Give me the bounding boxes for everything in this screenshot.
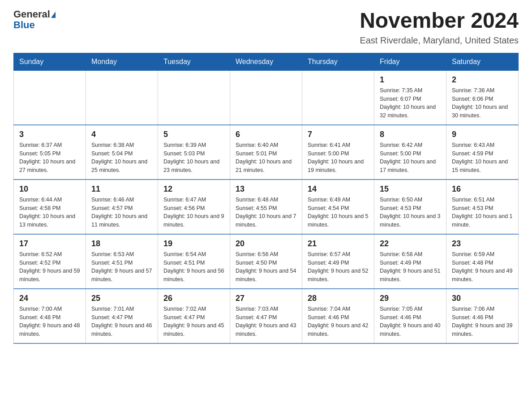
day-info: Sunrise: 7:03 AMSunset: 4:47 PMDaylight:… [236, 305, 296, 338]
day-info: Sunrise: 6:47 AMSunset: 4:56 PMDaylight:… [163, 196, 224, 229]
day-number: 20 [236, 239, 296, 248]
calendar-header: SundayMondayTuesdayWednesdayThursdayFrid… [14, 53, 519, 70]
day-number: 21 [308, 239, 369, 248]
calendar-cell: 25Sunrise: 7:01 AMSunset: 4:47 PMDayligh… [86, 289, 158, 343]
calendar-cell: 24Sunrise: 7:00 AMSunset: 4:48 PMDayligh… [14, 289, 86, 343]
calendar-cell: 28Sunrise: 7:04 AMSunset: 4:46 PMDayligh… [302, 289, 374, 343]
day-number: 9 [452, 130, 513, 139]
calendar-cell: 5Sunrise: 6:39 AMSunset: 5:03 PMDaylight… [158, 125, 230, 180]
day-number: 15 [380, 184, 441, 194]
calendar-cell: 30Sunrise: 7:06 AMSunset: 4:46 PMDayligh… [446, 289, 519, 343]
day-info: Sunrise: 7:06 AMSunset: 4:46 PMDaylight:… [452, 305, 513, 338]
calendar-cell: 21Sunrise: 6:57 AMSunset: 4:49 PMDayligh… [302, 234, 374, 289]
day-of-week-sunday: Sunday [14, 53, 86, 70]
calendar-cell: 6Sunrise: 6:40 AMSunset: 5:01 PMDaylight… [230, 125, 302, 180]
day-number: 25 [91, 294, 152, 303]
calendar-cell: 13Sunrise: 6:48 AMSunset: 4:55 PMDayligh… [230, 180, 302, 234]
calendar-cell: 11Sunrise: 6:46 AMSunset: 4:57 PMDayligh… [86, 180, 158, 234]
day-of-week-thursday: Thursday [302, 53, 374, 70]
day-info: Sunrise: 7:04 AMSunset: 4:46 PMDaylight:… [308, 305, 369, 338]
week-row-1: 1Sunrise: 7:35 AMSunset: 6:07 PMDaylight… [14, 70, 519, 125]
calendar-cell: 2Sunrise: 7:36 AMSunset: 6:06 PMDaylight… [446, 70, 519, 125]
week-row-2: 3Sunrise: 6:37 AMSunset: 5:05 PMDaylight… [14, 125, 519, 180]
calendar-cell: 16Sunrise: 6:51 AMSunset: 4:53 PMDayligh… [446, 180, 519, 234]
day-number: 7 [308, 130, 369, 139]
day-info: Sunrise: 7:05 AMSunset: 4:46 PMDaylight:… [380, 305, 441, 338]
day-info: Sunrise: 6:43 AMSunset: 4:59 PMDaylight:… [452, 141, 513, 175]
day-number: 23 [452, 239, 513, 248]
day-info: Sunrise: 6:41 AMSunset: 5:00 PMDaylight:… [308, 141, 369, 175]
logo-triangle-icon [51, 12, 56, 18]
calendar-cell [230, 70, 302, 125]
day-info: Sunrise: 7:35 AMSunset: 6:07 PMDaylight:… [380, 86, 441, 120]
page-header: General Blue November 2024 East Riverdal… [13, 9, 519, 46]
week-row-3: 10Sunrise: 6:44 AMSunset: 4:58 PMDayligh… [14, 180, 519, 234]
calendar-cell: 14Sunrise: 6:49 AMSunset: 4:54 PMDayligh… [302, 180, 374, 234]
day-number: 10 [19, 184, 80, 194]
day-info: Sunrise: 6:56 AMSunset: 4:50 PMDaylight:… [236, 250, 296, 284]
day-number: 4 [91, 130, 152, 139]
calendar-body: 1Sunrise: 7:35 AMSunset: 6:07 PMDaylight… [14, 70, 519, 343]
calendar-cell: 15Sunrise: 6:50 AMSunset: 4:53 PMDayligh… [374, 180, 446, 234]
logo-blue-text: Blue [13, 20, 56, 30]
calendar-cell: 8Sunrise: 6:42 AMSunset: 5:00 PMDaylight… [374, 125, 446, 180]
day-number: 11 [91, 184, 152, 194]
day-number: 24 [19, 294, 80, 303]
days-of-week-row: SundayMondayTuesdayWednesdayThursdayFrid… [14, 53, 519, 70]
day-number: 17 [19, 239, 80, 248]
calendar-table: SundayMondayTuesdayWednesdayThursdayFrid… [13, 53, 519, 344]
day-of-week-friday: Friday [374, 53, 446, 70]
day-info: Sunrise: 6:59 AMSunset: 4:48 PMDaylight:… [452, 250, 513, 284]
day-info: Sunrise: 6:50 AMSunset: 4:53 PMDaylight:… [380, 196, 441, 229]
calendar-cell: 4Sunrise: 6:38 AMSunset: 5:04 PMDaylight… [86, 125, 158, 180]
day-info: Sunrise: 7:01 AMSunset: 4:47 PMDaylight:… [91, 305, 152, 338]
calendar-cell: 3Sunrise: 6:37 AMSunset: 5:05 PMDaylight… [14, 125, 86, 180]
day-number: 16 [452, 184, 513, 194]
day-info: Sunrise: 6:46 AMSunset: 4:57 PMDaylight:… [91, 196, 152, 229]
calendar-cell: 29Sunrise: 7:05 AMSunset: 4:46 PMDayligh… [374, 289, 446, 343]
day-info: Sunrise: 6:40 AMSunset: 5:01 PMDaylight:… [236, 141, 296, 175]
calendar-cell: 18Sunrise: 6:53 AMSunset: 4:51 PMDayligh… [86, 234, 158, 289]
day-number: 26 [163, 294, 224, 303]
day-number: 18 [91, 239, 152, 248]
day-number: 8 [380, 130, 441, 139]
calendar-cell: 12Sunrise: 6:47 AMSunset: 4:56 PMDayligh… [158, 180, 230, 234]
calendar-cell: 20Sunrise: 6:56 AMSunset: 4:50 PMDayligh… [230, 234, 302, 289]
calendar-cell [158, 70, 230, 125]
day-info: Sunrise: 6:44 AMSunset: 4:58 PMDaylight:… [19, 196, 80, 229]
day-number: 27 [236, 294, 296, 303]
day-info: Sunrise: 6:53 AMSunset: 4:51 PMDaylight:… [91, 250, 152, 284]
calendar-cell: 17Sunrise: 6:52 AMSunset: 4:52 PMDayligh… [14, 234, 86, 289]
day-info: Sunrise: 6:48 AMSunset: 4:55 PMDaylight:… [236, 196, 296, 229]
day-of-week-saturday: Saturday [446, 53, 519, 70]
calendar-cell: 19Sunrise: 6:54 AMSunset: 4:51 PMDayligh… [158, 234, 230, 289]
day-info: Sunrise: 6:54 AMSunset: 4:51 PMDaylight:… [163, 250, 224, 284]
logo: General Blue [13, 9, 56, 30]
day-number: 5 [163, 130, 224, 139]
day-info: Sunrise: 6:52 AMSunset: 4:52 PMDaylight:… [19, 250, 80, 284]
day-info: Sunrise: 6:38 AMSunset: 5:04 PMDaylight:… [91, 141, 152, 175]
day-number: 28 [308, 294, 369, 303]
day-number: 3 [19, 130, 80, 139]
week-row-4: 17Sunrise: 6:52 AMSunset: 4:52 PMDayligh… [14, 234, 519, 289]
day-info: Sunrise: 7:36 AMSunset: 6:06 PMDaylight:… [452, 86, 513, 120]
calendar-cell: 23Sunrise: 6:59 AMSunset: 4:48 PMDayligh… [446, 234, 519, 289]
calendar-cell [86, 70, 158, 125]
calendar-cell: 22Sunrise: 6:58 AMSunset: 4:49 PMDayligh… [374, 234, 446, 289]
day-number: 1 [380, 75, 441, 85]
calendar-cell: 7Sunrise: 6:41 AMSunset: 5:00 PMDaylight… [302, 125, 374, 180]
calendar-cell [302, 70, 374, 125]
day-info: Sunrise: 6:37 AMSunset: 5:05 PMDaylight:… [19, 141, 80, 175]
day-number: 30 [452, 294, 513, 303]
day-info: Sunrise: 7:00 AMSunset: 4:48 PMDaylight:… [19, 305, 80, 338]
day-info: Sunrise: 6:57 AMSunset: 4:49 PMDaylight:… [308, 250, 369, 284]
calendar-cell: 1Sunrise: 7:35 AMSunset: 6:07 PMDaylight… [374, 70, 446, 125]
title-block: November 2024 East Riverdale, Maryland, … [360, 9, 519, 46]
page-title: November 2024 [360, 9, 519, 33]
logo-general-text: General [13, 9, 50, 20]
day-info: Sunrise: 6:49 AMSunset: 4:54 PMDaylight:… [308, 196, 369, 229]
day-info: Sunrise: 6:42 AMSunset: 5:00 PMDaylight:… [380, 141, 441, 175]
calendar-cell: 9Sunrise: 6:43 AMSunset: 4:59 PMDaylight… [446, 125, 519, 180]
day-of-week-wednesday: Wednesday [230, 53, 302, 70]
day-number: 2 [452, 75, 513, 85]
